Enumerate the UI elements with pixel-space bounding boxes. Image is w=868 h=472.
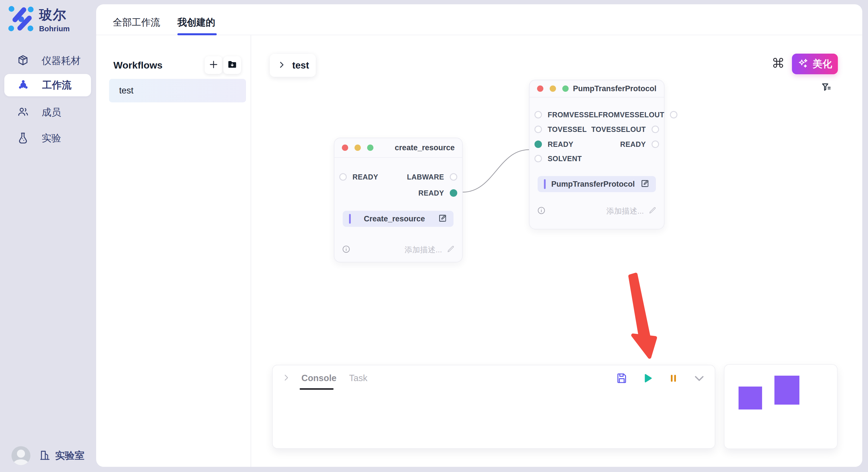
sparkles-icon [798, 58, 809, 70]
sidebar-item-label: 仪器耗材 [42, 54, 81, 67]
pencil-icon[interactable] [446, 245, 455, 255]
minimap-node-pump-transfer [774, 376, 799, 405]
command-icon [772, 57, 784, 70]
pill-label: Create_resource [351, 214, 438, 224]
tab-created-by-me[interactable]: 我创建的 [177, 16, 215, 29]
sidebar-item-label: 工作流 [42, 78, 71, 92]
port-output-labware[interactable] [450, 173, 457, 181]
workflow-list-panel: Workflows test [96, 35, 251, 467]
chevron-right-icon[interactable] [282, 373, 290, 383]
filter-button[interactable] [819, 81, 833, 95]
package-icon [17, 54, 29, 67]
port-label: READY [620, 140, 646, 148]
pencil-icon[interactable] [648, 206, 656, 216]
sidebar-item-label: 成员 [42, 106, 61, 119]
sidebar-item-experiment[interactable]: 实验 [4, 127, 91, 150]
port-label: FROMVESSELOUT [598, 111, 664, 119]
console-tab-underline [300, 388, 334, 390]
main-panel: 全部工作流 我创建的 Workflows test [96, 4, 862, 467]
port-label: LABWARE [407, 173, 444, 181]
tab-console[interactable]: Console [301, 373, 336, 383]
traffic-lights [537, 86, 569, 92]
port-label: READY [418, 189, 444, 197]
description-placeholder[interactable]: 添加描述... [404, 245, 442, 255]
experiment-icon [17, 132, 29, 145]
bohrium-logo-icon [8, 6, 34, 33]
port-output-ready[interactable] [652, 140, 659, 148]
save-button[interactable] [615, 372, 628, 384]
port-input-ready[interactable] [534, 140, 542, 148]
port-output-tovesselout[interactable] [652, 126, 659, 133]
import-folder-button[interactable] [223, 56, 241, 74]
sidebar-item-label: 实验 [42, 132, 61, 145]
edit-icon[interactable] [438, 214, 447, 224]
tab-task[interactable]: Task [349, 373, 367, 383]
traffic-light-green [562, 86, 569, 92]
console-output-area[interactable] [273, 391, 715, 448]
workflow-item-label: test [119, 86, 133, 96]
port-input-solvent[interactable] [534, 155, 542, 162]
info-icon[interactable] [342, 245, 350, 255]
tab-all-workflows[interactable]: 全部工作流 [113, 16, 160, 29]
brand-logo: 玻尔 Bohrium [8, 6, 70, 33]
port-label: FROMVESSEL [548, 111, 598, 119]
tab-console-label: Console [301, 373, 336, 383]
edit-icon[interactable] [640, 179, 650, 189]
port-label: READY [352, 173, 378, 181]
command-layout-button[interactable] [771, 57, 785, 70]
workflow-list-item-test[interactable]: test [109, 79, 246, 102]
workflow-icon [17, 78, 30, 92]
minimap-node-create-resource [739, 386, 762, 409]
node-action-pill[interactable]: Create_resource [343, 211, 454, 227]
port-output-fromvesselout[interactable] [670, 111, 677, 119]
port-input-fromvessel[interactable] [534, 111, 542, 119]
console-panel: Console Task [272, 365, 715, 449]
flow-canvas[interactable]: test 美化 [251, 35, 862, 467]
beautify-label: 美化 [813, 57, 832, 71]
app-window: 玻尔 Bohrium 仪器耗材 工作流 [0, 0, 868, 472]
collapse-panel-button[interactable] [693, 372, 706, 384]
node-header: create_resource [334, 138, 462, 158]
sidebar: 玻尔 Bohrium 仪器耗材 工作流 [0, 0, 96, 472]
beautify-button[interactable]: 美化 [792, 54, 838, 74]
pill-label: PumpTransferProtocol [546, 180, 640, 189]
minimap[interactable] [724, 364, 838, 449]
sidebar-item-workflow[interactable]: 工作流 [4, 74, 91, 96]
node-footer: 添加描述... [342, 244, 455, 256]
traffic-light-yellow [354, 144, 361, 151]
workflow-panel-title: Workflows [113, 60, 162, 71]
breadcrumb[interactable]: test [270, 54, 316, 77]
console-actions [615, 372, 706, 384]
port-input-ready[interactable] [339, 173, 347, 181]
node-create-resource[interactable]: create_resource READY LABWARE READY [334, 138, 463, 262]
active-tab-underline [177, 33, 217, 35]
node-footer: 添加描述... [537, 205, 656, 217]
info-icon[interactable] [537, 206, 546, 216]
port-output-ready[interactable] [450, 189, 457, 197]
top-tab-bar: 全部工作流 我创建的 [96, 4, 862, 35]
node-action-pill[interactable]: PumpTransferProtocol [538, 176, 656, 192]
lab-label: 实验室 [55, 449, 84, 462]
sidebar-footer: 实验室 [11, 446, 84, 465]
pause-button[interactable] [667, 372, 680, 384]
lab-switcher[interactable]: 实验室 [39, 449, 84, 462]
run-button[interactable] [641, 372, 654, 384]
add-workflow-button[interactable] [205, 56, 222, 74]
sidebar-item-members[interactable]: 成员 [4, 101, 91, 124]
node-title: create_resource [395, 143, 455, 152]
filter-funnel-icon [820, 82, 832, 94]
brand-name-en: Bohrium [39, 24, 70, 33]
port-input-tovessel[interactable] [534, 126, 542, 133]
node-pump-transfer-protocol[interactable]: PumpTransferProtocol FROMVESSEL FROMVESS… [529, 80, 664, 229]
breadcrumb-label: test [292, 60, 309, 71]
building-icon [39, 449, 51, 462]
brand-name-zh: 玻尔 [39, 6, 70, 24]
traffic-light-red [342, 144, 348, 151]
port-label: READY [548, 140, 574, 148]
console-header: Console Task [273, 365, 715, 391]
sidebar-item-consumables[interactable]: 仪器耗材 [4, 49, 91, 72]
description-placeholder[interactable]: 添加描述... [606, 206, 644, 216]
traffic-light-red [537, 86, 544, 92]
port-label: SOLVENT [548, 155, 582, 163]
user-avatar[interactable] [11, 446, 30, 465]
